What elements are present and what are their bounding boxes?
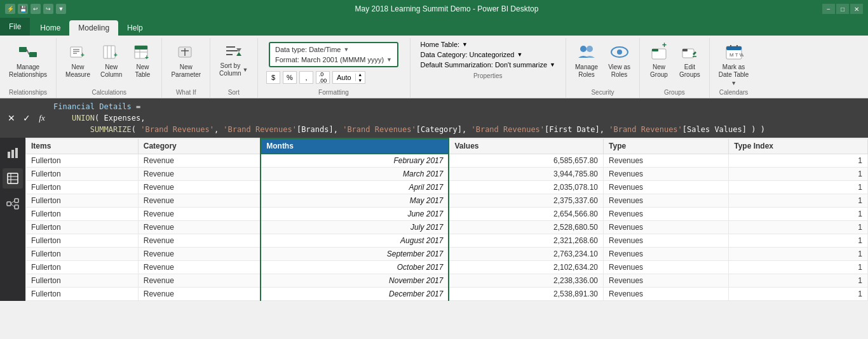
currency-button[interactable]: $ (266, 71, 280, 84)
maximize-btn[interactable]: □ (836, 4, 849, 14)
cell-items: Fullerton (26, 154, 139, 168)
spinner-down[interactable]: ▼ (356, 77, 365, 83)
edit-groups-icon (679, 42, 700, 62)
cell-months: August 2017 (261, 234, 449, 248)
col-header-type-index[interactable]: Type Index (729, 138, 868, 154)
data-category-arrow[interactable]: ▼ (517, 51, 522, 58)
cell-values: 2,375,337.60 (449, 194, 603, 208)
table-row[interactable]: Fullerton Revenue March 2017 3,944,785.8… (26, 168, 868, 181)
table-row[interactable]: Fullerton Revenue February 2017 6,585,65… (26, 154, 868, 168)
summarization-row[interactable]: Default Summarization: Don't summarize ▼ (421, 61, 555, 69)
sort-by-column-label: Sort byColumn (219, 62, 241, 77)
spinner-buttons[interactable]: ▲ ▼ (356, 72, 365, 83)
svg-point-28 (617, 50, 622, 55)
ribbon-section-formatting: Data type: Date/Time ▼ Format: March 200… (258, 38, 410, 98)
sidebar-report-icon[interactable] (3, 143, 23, 163)
table-row[interactable]: Fullerton Revenue May 2017 2,375,337.60 … (26, 194, 868, 208)
ribbon-section-calendars: M T W Mark asDate Table ▼ Calendars (710, 38, 758, 98)
spinner-up[interactable]: ▲ (356, 72, 365, 77)
formula-fx-icon[interactable]: fx (36, 113, 48, 123)
formula-text-area[interactable]: Financial Details = UNION( Expenses, SUM… (53, 101, 863, 135)
redo-icon[interactable]: ↪ (43, 4, 53, 14)
auto-spinner[interactable]: Auto ▲ ▼ (332, 71, 365, 84)
calculations-section-label: Calculations (62, 88, 156, 98)
table-row[interactable]: Fullerton Revenue July 2017 2,528,680.50… (26, 221, 868, 234)
sidebar-data-icon[interactable] (3, 168, 23, 189)
sort-label-area: Sort byColumn ▼ (219, 62, 248, 77)
new-group-button[interactable]: + NewGroup (645, 41, 673, 80)
cell-type-index: 1 (729, 208, 868, 221)
new-column-button[interactable]: + NewColumn (97, 41, 126, 80)
sidebar-model-icon[interactable] (3, 194, 23, 214)
data-category-row[interactable]: Data Category: Uncategorized ▼ (421, 51, 555, 58)
svg-rect-42 (15, 148, 18, 158)
table-row[interactable]: Fullerton Revenue September 2017 2,763,2… (26, 248, 868, 261)
home-table-dropdown-arrow[interactable]: ▼ (462, 41, 468, 48)
cell-category: Revenue (138, 248, 261, 261)
cell-category: Revenue (138, 261, 261, 274)
formula-cancel-icon[interactable]: ✕ (5, 113, 18, 123)
col-header-values[interactable]: Values (449, 138, 603, 154)
col-header-months[interactable]: Months (261, 138, 449, 154)
table-row[interactable]: Fullerton Revenue August 2017 2,321,268.… (26, 234, 868, 248)
tab-home[interactable]: Home (31, 20, 69, 36)
percent-button[interactable]: % (283, 71, 297, 84)
cell-type-index: 1 (729, 194, 868, 208)
edit-groups-button[interactable]: EditGroups (675, 41, 704, 80)
col-header-category[interactable]: Category (138, 138, 261, 154)
save-icon[interactable]: 💾 (18, 4, 28, 14)
increase-decimal-button[interactable]: .0.00 (316, 71, 330, 84)
minimize-btn[interactable]: − (822, 4, 835, 14)
cell-category: Revenue (138, 168, 261, 181)
cell-items: Fullerton (26, 221, 139, 234)
summarization-arrow[interactable]: ▼ (550, 62, 555, 68)
cell-items: Fullerton (26, 234, 139, 248)
col-header-items[interactable]: Items (26, 138, 139, 154)
table-row[interactable]: Fullerton Revenue April 2017 2,035,078.1… (26, 181, 868, 194)
view-as-roles-button[interactable]: View asRoles (604, 41, 634, 80)
cell-months: October 2017 (261, 261, 449, 274)
undo-icon[interactable]: ↩ (31, 4, 41, 14)
ribbon-section-relationships: ManageRelationships Relationships (0, 38, 57, 98)
mark-as-date-table-button[interactable]: M T W Mark asDate Table ▼ (715, 41, 753, 88)
table-row[interactable]: Fullerton Revenue June 2017 2,654,566.80… (26, 208, 868, 221)
table-header-row: Items Category Months Values Type Type I… (26, 138, 868, 154)
cell-type: Revenues (604, 194, 729, 208)
formula-confirm-icon[interactable]: ✓ (20, 113, 33, 123)
cell-values: 2,238,336.00 (449, 274, 603, 288)
table-row[interactable]: Fullerton Revenue December 2017 2,538,89… (26, 288, 868, 301)
title-bar-quick-access[interactable]: ⚡ 💾 ↩ ↪ ▼ (5, 4, 66, 14)
cell-type-index: 1 (729, 234, 868, 248)
tab-help[interactable]: Help (118, 20, 152, 36)
new-measure-button[interactable]: + NewMeasure (62, 41, 94, 80)
close-btn[interactable]: ✕ (850, 4, 863, 14)
cell-months: November 2017 (261, 274, 449, 288)
format-dropdown[interactable]: Format: March 2001 (MMMM yyyy) ▼ (275, 56, 392, 63)
svg-point-25 (580, 46, 587, 52)
app-icon: ⚡ (5, 4, 15, 14)
new-table-button[interactable]: + NewTable (128, 41, 156, 80)
tab-modeling[interactable]: Modeling (69, 20, 118, 36)
sort-by-column-button[interactable]: Sort byColumn ▼ (215, 41, 252, 79)
comma-button[interactable]: , (299, 71, 313, 84)
window-title: May 2018 Learning Summit Demo - Power BI… (71, 4, 822, 13)
calendars-section-label: Calendars (715, 88, 753, 98)
svg-line-2 (27, 50, 29, 55)
table-row[interactable]: Fullerton Revenue October 2017 2,102,634… (26, 261, 868, 274)
cell-months: July 2017 (261, 221, 449, 234)
cell-values: 6,585,657.80 (449, 154, 603, 168)
table-row[interactable]: Fullerton Revenue November 2017 2,238,33… (26, 274, 868, 288)
new-parameter-button[interactable]: NewParameter (167, 41, 205, 80)
cell-type-index: 1 (729, 168, 868, 181)
manage-roles-label: ManageRoles (575, 63, 598, 79)
ribbon-section-security: ManageRoles View asRoles Security (566, 38, 640, 98)
dropdown-icon[interactable]: ▼ (56, 4, 66, 14)
window-controls[interactable]: − □ ✕ (822, 4, 863, 14)
svg-marker-23 (236, 52, 241, 56)
manage-roles-button[interactable]: ManageRoles (571, 41, 602, 80)
new-parameter-icon (176, 42, 196, 62)
datatype-dropdown[interactable]: Data type: Date/Time ▼ (275, 46, 392, 53)
col-header-type[interactable]: Type (604, 138, 729, 154)
tab-file[interactable]: File (0, 18, 30, 36)
manage-relationships-button[interactable]: ManageRelationships (5, 41, 51, 80)
